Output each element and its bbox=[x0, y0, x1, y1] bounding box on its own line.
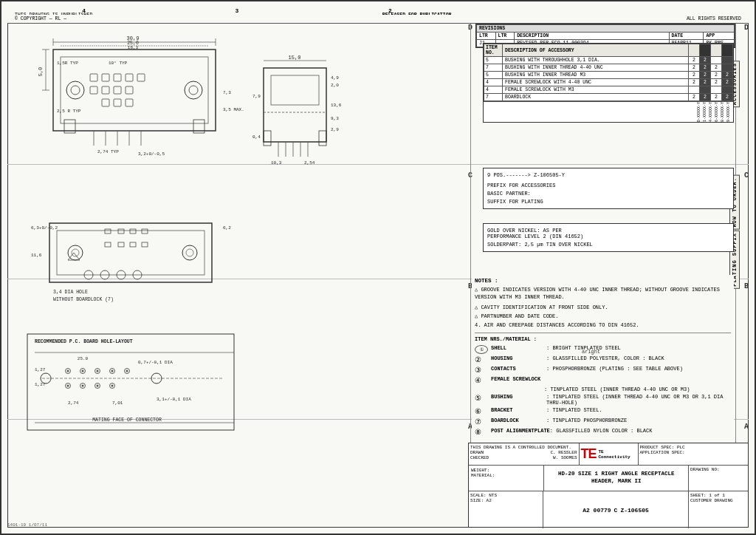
acc-item-3-qty: 5 bbox=[484, 72, 503, 79]
mat-5-name: BUSHING bbox=[491, 394, 546, 406]
svg-rect-73 bbox=[142, 229, 148, 234]
tb-right-top: PRODUCT SPEC: PLC APPLICATION SPEC: bbox=[639, 443, 749, 465]
col-markers-top: 4 3 2 bbox=[7, 7, 467, 13]
rev-col-desc: DESCRIPTION bbox=[515, 33, 669, 40]
tb-drawn: THIS DRAWING IS A CONTROLLED DOCUMENT. D… bbox=[469, 443, 580, 465]
mat-8-desc: : GLASSFILLED NYLON COLOR : BLACK bbox=[550, 428, 653, 437]
revisions-header: REVISIONS bbox=[477, 25, 735, 33]
plating-line1: GOLD OVER NICKEL: AS PER bbox=[487, 228, 729, 234]
mat-5-desc: : TINPLATED STEEL (INNER THREAD 4-40 UNC… bbox=[546, 394, 731, 406]
mat-4-cont: : TINPLATED STEEL (INNER THREAD 4-40 UNC… bbox=[544, 386, 731, 392]
col-3: 3 bbox=[236, 7, 239, 14]
mat-6: ⑥ BRACKET : TINPLATED STEEL. bbox=[475, 407, 731, 416]
svg-text:2,0: 2,0 bbox=[331, 83, 339, 88]
svg-point-94 bbox=[82, 370, 84, 372]
mat-3-desc: : PHOSPHORBRONZE (PLATING : SEE TABLE AB… bbox=[546, 366, 683, 375]
svg-marker-78 bbox=[68, 253, 80, 260]
mat-3-name: CONTACTS bbox=[491, 366, 546, 375]
row-marker-a-right: A bbox=[744, 423, 749, 431]
col-4: 4 bbox=[82, 7, 86, 14]
svg-point-108 bbox=[111, 385, 114, 387]
acc-item-5-c5 bbox=[722, 86, 733, 94]
svg-text:13,6: 13,6 bbox=[331, 103, 342, 108]
row-marker-d-right: D bbox=[744, 24, 749, 32]
acc-item-1-qty: 5 bbox=[484, 57, 503, 64]
rev-col-ltr: LTR bbox=[477, 33, 496, 40]
acc-item-1-c2: 2 bbox=[689, 57, 700, 64]
technical-drawing-svg: 30,9 25,0 16,3 5,0 1,5R TYP 2,5 R TYP 10… bbox=[9, 24, 470, 452]
svg-point-67 bbox=[72, 249, 79, 256]
svg-text:0,7+/-0,1 DIA: 0,7+/-0,1 DIA bbox=[138, 360, 173, 365]
acc-item-6-qty: 7 bbox=[484, 94, 503, 101]
row-marker-b-right: B bbox=[744, 282, 749, 290]
acc-item-5-c2 bbox=[689, 86, 700, 94]
title-block: THIS DRAWING IS A CONTROLLED DOCUMENT. D… bbox=[468, 443, 749, 528]
svg-text:7,01: 7,01 bbox=[112, 401, 123, 406]
acc-item-6-desc: BOARDLOCK bbox=[503, 94, 689, 101]
col-label-4: 6-XXXXX-Y bbox=[715, 102, 719, 122]
acc-item-2-c2: 2 bbox=[689, 64, 700, 72]
acc-item-4-c5: 2 bbox=[722, 79, 733, 86]
col-label-3: 4-XXXXX-Y bbox=[709, 102, 713, 122]
tb-title-left: WEIGHT: MATERIAL: bbox=[469, 466, 544, 491]
product-spec: PLC bbox=[677, 445, 685, 450]
svg-point-3 bbox=[71, 86, 80, 95]
how-to-order-section: 9 POS.-------> Z-106505-Y PREFIX FOR ACC… bbox=[483, 168, 734, 209]
svg-text:4,9: 4,9 bbox=[331, 75, 339, 81]
tb-logo-area: TE TE Connectivity bbox=[580, 443, 639, 465]
acc-item-6-c4: 2 bbox=[711, 94, 722, 101]
mat-1: ① SHELL : BRIGHT TINPLATED STEEL bbox=[475, 345, 731, 354]
te-connectivity: TE Connectivity bbox=[599, 449, 636, 460]
acc-item-3-c4: 2 bbox=[711, 72, 722, 79]
acc-item-4-desc: FEMALE SCREWLOCK WITH 4-40 UNC bbox=[503, 79, 689, 86]
mat-6-desc: : TINPLATED STEEL. bbox=[546, 407, 602, 416]
part-suffix: C bbox=[614, 507, 618, 514]
tb-sheet: SHEET: 1 of 1 CUSTOMER DRAWING bbox=[689, 491, 748, 528]
materials-header: ITEM NRS./MATERIAL : bbox=[475, 333, 731, 342]
svg-rect-17 bbox=[126, 99, 133, 106]
aright-text: aright bbox=[582, 349, 600, 355]
svg-text:7,3: 7,3 bbox=[223, 90, 231, 95]
acc-item-6-c5: 2 bbox=[722, 94, 733, 101]
svg-text:5,0: 5,0 bbox=[38, 67, 44, 77]
accessories-table: ITEM NO. DESCRIPTION OF ACCESSORY 5 BUSH… bbox=[483, 43, 734, 123]
svg-rect-8 bbox=[114, 74, 121, 81]
drawn-by: C. RESSLER bbox=[550, 450, 577, 455]
acc-item-2-c5 bbox=[722, 64, 733, 72]
plating-section: GOLD OVER NICKEL: AS PER PERFORMANCE LEV… bbox=[483, 223, 734, 252]
svg-rect-71 bbox=[118, 229, 124, 234]
basic-partner: BASIC PARTNER: bbox=[487, 191, 729, 197]
svg-rect-1 bbox=[61, 57, 208, 123]
acc-item-6-c2: 2 bbox=[689, 94, 700, 101]
col-label-2: 1-XXXXX-Y bbox=[703, 102, 707, 122]
acc-item-2-qty: 7 bbox=[484, 64, 503, 72]
rev-col-app: APP bbox=[704, 33, 735, 40]
acc-item-3-c2: 2 bbox=[689, 72, 700, 79]
note-3: △ PARTNUMBER AND DATE CODE. bbox=[475, 313, 731, 319]
svg-rect-76 bbox=[130, 242, 136, 247]
copyright-text: © COPYRIGHT — RL — bbox=[15, 16, 66, 21]
mat-6-name: BRACKET bbox=[491, 407, 546, 416]
svg-text:2,9: 2,9 bbox=[331, 127, 339, 132]
acc-item-2-c4: 2 bbox=[711, 64, 722, 72]
acc-item-2-c3: 2 bbox=[700, 64, 711, 72]
svg-text:7,9: 7,9 bbox=[252, 94, 261, 99]
svg-text:10,3: 10,3 bbox=[271, 160, 282, 166]
checked-by: W. SOOMES bbox=[553, 455, 577, 460]
acc-item-6-c3: 2 bbox=[700, 94, 711, 101]
svg-rect-72 bbox=[130, 229, 136, 234]
mat-8-name: POST ALIGNMENTPLATE bbox=[491, 428, 550, 437]
svg-text:25.0: 25.0 bbox=[78, 356, 89, 361]
svg-text:2,5 R TYP: 2,5 R TYP bbox=[57, 109, 81, 114]
svg-text:RECOMMENDED P.C. BOARD HOLE-LA: RECOMMENDED P.C. BOARD HOLE-LAYOUT bbox=[35, 339, 133, 344]
svg-text:3,2+0/-0,5: 3,2+0/-0,5 bbox=[138, 151, 165, 157]
svg-text:1,5R TYP: 1,5R TYP bbox=[57, 61, 78, 66]
tb-title-row: WEIGHT: MATERIAL: HD-20 SIZE 1 RIGHT ANG… bbox=[469, 466, 748, 491]
svg-point-92 bbox=[67, 370, 69, 372]
mat-8: ⑧ POST ALIGNMENTPLATE : GLASSFILLED NYLO… bbox=[475, 428, 731, 437]
ordering-matrix-header: D-XXXXX-Y 1-XXXXX-Y 4-XXXXX-Y 6-XXXXX-Y … bbox=[484, 101, 733, 122]
te-logo: TE bbox=[581, 446, 597, 462]
drawing-no: A2 00779 bbox=[583, 507, 611, 514]
suffix-label: SUFFIX FOR PLATING bbox=[487, 199, 729, 205]
plating-line3: SOLDERPART: 2,5 µm TIN OVER NICKEL bbox=[487, 242, 729, 248]
